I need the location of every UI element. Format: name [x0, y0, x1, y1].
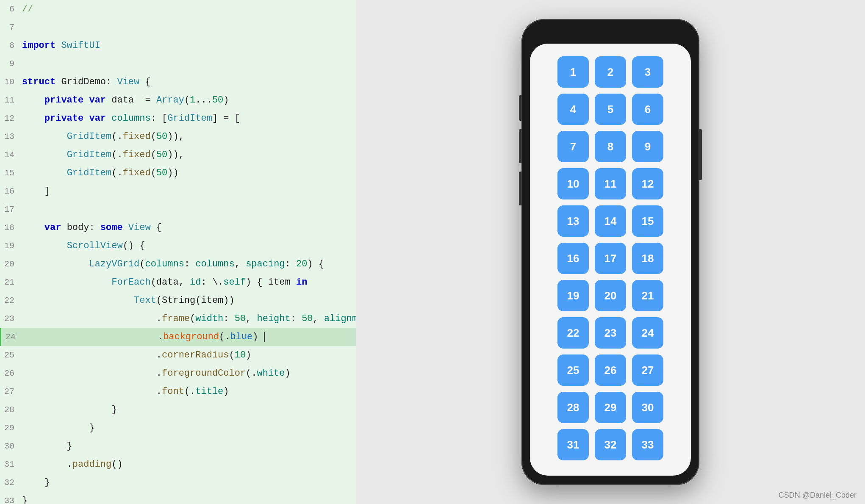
- line-number: 29: [0, 419, 22, 437]
- code-line-9: 9: [0, 55, 356, 73]
- grid-cell: 18: [632, 243, 663, 274]
- grid-row-1: 456: [543, 94, 678, 125]
- grid-cell: 3: [632, 56, 663, 88]
- grid-cell: 13: [557, 205, 589, 237]
- line-number: 6: [0, 0, 22, 18]
- line-code: }: [22, 437, 72, 455]
- code-line-7: 7: [0, 18, 356, 36]
- line-number: 25: [0, 346, 22, 364]
- grid-cell: 15: [632, 205, 663, 237]
- line-number: 18: [0, 219, 22, 237]
- line-number: 24: [1, 328, 23, 346]
- grid-row-9: 282930: [543, 392, 678, 423]
- code-line-33: 33}: [0, 492, 356, 504]
- grid-cell: 7: [557, 131, 589, 162]
- code-line-23: 23 .frame(width: 50, height: 50, alignme…: [0, 310, 356, 328]
- line-code: .padding(): [22, 455, 123, 474]
- line-code: .foregroundColor(.white): [22, 364, 291, 382]
- code-line-26: 26 .foregroundColor(.white): [0, 364, 356, 382]
- grid-cell: 11: [595, 168, 626, 199]
- code-line-24: 24 .background(.blue): [0, 328, 356, 346]
- grid-cell: 4: [557, 94, 589, 125]
- grid-cell: 21: [632, 280, 663, 311]
- grid-cell: 29: [595, 392, 626, 423]
- line-number: 16: [0, 182, 22, 200]
- grid-cell: 17: [595, 243, 626, 274]
- grid-cell: 1: [557, 56, 589, 88]
- grid-row-7: 222324: [543, 317, 678, 349]
- code-line-22: 22 Text(String(item)): [0, 291, 356, 310]
- code-line-13: 13 GridItem(.fixed(50)),: [0, 127, 356, 146]
- grid-row-5: 161718: [543, 243, 678, 274]
- code-line-6: 6//: [0, 0, 356, 18]
- line-number: 23: [0, 310, 22, 328]
- grid-cell: 22: [557, 317, 589, 349]
- line-code: .cornerRadius(10): [22, 346, 251, 364]
- watermark: CSDN @Daniel_Coder: [779, 491, 857, 500]
- grid-cell: 9: [632, 131, 663, 162]
- grid-cell: 10: [557, 168, 589, 199]
- grid-row-4: 131415: [543, 205, 678, 237]
- line-number: 30: [0, 437, 22, 455]
- line-code: GridItem(.fixed(50)),: [22, 146, 184, 164]
- grid-cell: 32: [595, 429, 626, 460]
- code-line-18: 18 var body: some View {: [0, 219, 356, 237]
- code-line-30: 30 }: [0, 437, 356, 455]
- code-line-17: 17: [0, 200, 356, 219]
- grid-cell: 24: [632, 317, 663, 349]
- line-code: ScrollView() {: [22, 237, 145, 255]
- grid-row-8: 252627: [543, 354, 678, 386]
- grid-cell: 2: [595, 56, 626, 88]
- line-number: 31: [0, 455, 22, 474]
- line-code: var body: some View {: [22, 219, 162, 237]
- line-number: 14: [0, 146, 22, 164]
- line-code: ForEach(data, id: \.self) { item in: [22, 273, 307, 291]
- grid-cell: 27: [632, 354, 663, 386]
- line-number: 32: [0, 474, 22, 492]
- grid-row-10: 313233: [543, 429, 678, 460]
- phone-vol-up: [519, 129, 521, 163]
- code-line-19: 19 ScrollView() {: [0, 237, 356, 255]
- line-number: 33: [0, 492, 22, 504]
- line-code: Text(String(item)): [22, 291, 235, 310]
- code-line-27: 27 .font(.title): [0, 382, 356, 401]
- line-code: GridItem(.fixed(50)): [22, 164, 179, 182]
- grid-cell: 31: [557, 429, 589, 460]
- grid-cell: 23: [595, 317, 626, 349]
- code-line-32: 32 }: [0, 474, 356, 492]
- line-code: .background(.blue): [23, 328, 265, 346]
- grid-cell: 20: [595, 280, 626, 311]
- grid-cell: 28: [557, 392, 589, 423]
- code-line-11: 11 private var data = Array(1...50): [0, 91, 356, 109]
- grid-row-3: 101112: [543, 168, 678, 199]
- code-line-25: 25 .cornerRadius(10): [0, 346, 356, 364]
- code-line-21: 21 ForEach(data, id: \.self) { item in: [0, 273, 356, 291]
- line-code: ]: [22, 182, 50, 200]
- grid-cell: 12: [632, 168, 663, 199]
- line-number: 12: [0, 109, 22, 127]
- code-line-29: 29 }: [0, 419, 356, 437]
- line-code: import SwiftUI: [22, 36, 100, 55]
- phone-silent-switch: [519, 95, 521, 121]
- line-number: 27: [0, 382, 22, 401]
- line-code: .font(.title): [22, 382, 229, 401]
- line-number: 15: [0, 164, 22, 182]
- code-content: 6// 78import SwiftUI910struct GridDemo: …: [0, 0, 356, 504]
- line-code: struct GridDemo: View {: [22, 73, 151, 91]
- grid-scroll-view: 1234567891011121314151617181920212223242…: [530, 48, 691, 465]
- code-line-28: 28 }: [0, 401, 356, 419]
- code-editor: 6// 78import SwiftUI910struct GridDemo: …: [0, 0, 356, 504]
- grid-row-2: 789: [543, 131, 678, 162]
- code-line-20: 20 LazyVGrid(columns: columns, spacing: …: [0, 255, 356, 273]
- phone-screen: 1234567891011121314151617181920212223242…: [530, 44, 691, 476]
- grid-row-6: 192021: [543, 280, 678, 311]
- phone-notch: [583, 25, 638, 39]
- code-line-10: 10struct GridDemo: View {: [0, 73, 356, 91]
- line-number: 17: [0, 200, 22, 219]
- grid-cell: 30: [632, 392, 663, 423]
- line-code: }: [22, 492, 28, 504]
- preview-panel: 1234567891011121314151617181920212223242…: [356, 0, 865, 504]
- grid-cell: 5: [595, 94, 626, 125]
- phone-vol-down: [519, 172, 521, 205]
- grid-cell: 33: [632, 429, 663, 460]
